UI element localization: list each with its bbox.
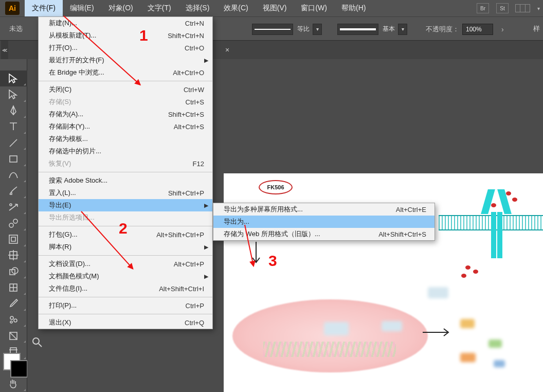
artwork-blur <box>428 287 448 298</box>
menu-effect[interactable]: 效果(C) <box>216 0 255 16</box>
annotation-2: 2 <box>119 220 128 237</box>
menu-item-shortcut: Shift+Ctrl+P <box>148 189 204 197</box>
menu-item-label: 恢复(V) <box>49 159 71 168</box>
artwork-ligand <box>491 203 496 207</box>
menu-item[interactable]: 脚本(R)▶ <box>39 241 212 253</box>
menu-help[interactable]: 帮助(H) <box>334 0 373 16</box>
menu-item[interactable]: 最近打开的文件(F)▶ <box>39 54 212 66</box>
stock-icon[interactable]: St <box>496 3 509 13</box>
menu-item-label: 退出(X) <box>49 318 71 327</box>
menu-item-label: 文档颜色模式(M) <box>49 272 99 281</box>
tool-line[interactable] <box>0 135 27 151</box>
tool-mesh[interactable] <box>0 279 27 295</box>
chevron-right-icon: ▶ <box>204 57 208 64</box>
bridge-icon[interactable]: Br <box>477 3 489 13</box>
menu-item[interactable]: 打开(O)...Ctrl+O <box>39 42 212 54</box>
chevron-down-icon[interactable]: ▾ <box>313 24 322 35</box>
menu-item[interactable]: 关闭(C)Ctrl+W <box>39 83 212 96</box>
menu-item-label: 文档设置(D)... <box>49 259 90 269</box>
no-selection-label: 未选 <box>9 24 23 33</box>
menu-item-label: 打印(P)... <box>49 301 77 310</box>
tool-direct-selection[interactable] <box>0 86 27 102</box>
chevron-down-icon[interactable]: ▾ <box>537 6 540 11</box>
tools-panel <box>0 59 27 392</box>
menu-item[interactable]: 置入(L)...Shift+Ctrl+P <box>39 187 212 199</box>
menu-type[interactable]: 文字(T) <box>140 0 178 16</box>
svg-point-6 <box>13 219 17 223</box>
menu-item[interactable]: 文件信息(I)...Alt+Shift+Ctrl+I <box>39 282 212 295</box>
menu-item-shortcut: Alt+Ctrl+O <box>152 69 204 77</box>
brush-definition-dropdown[interactable] <box>337 24 378 35</box>
menu-item-label: 导出(E) <box>49 201 71 210</box>
menu-item-label: 搜索 Adobe Stock... <box>49 176 107 185</box>
brush-label: 基本 <box>383 25 395 33</box>
artwork-arrow <box>422 327 452 337</box>
tool-symbol-sprayer[interactable] <box>0 312 27 328</box>
menu-item-shortcut: Alt+Ctrl+S <box>153 123 204 131</box>
menu-item-label: 导出为多种屏幕所用格式... <box>224 205 303 214</box>
stroke-swatch[interactable] <box>10 360 28 378</box>
menu-item[interactable]: 导出(E)▶ <box>39 199 212 211</box>
menu-item[interactable]: 搜索 Adobe Stock... <box>39 174 212 187</box>
menu-item: 存储(S)Ctrl+S <box>39 96 212 108</box>
fill-stroke-swatch[interactable] <box>3 353 26 389</box>
menu-window[interactable]: 窗口(W) <box>294 0 334 16</box>
svg-point-5 <box>9 223 13 227</box>
more-options-icon[interactable]: › <box>501 25 504 33</box>
menu-item-label: 在 Bridge 中浏览... <box>49 68 104 77</box>
artwork-blur <box>488 340 502 348</box>
tool-width[interactable] <box>0 231 27 247</box>
menu-edit[interactable]: 编辑(E) <box>63 0 101 16</box>
menu-item-shortcut: Ctrl+S <box>165 98 204 106</box>
menu-item-shortcut: Ctrl+O <box>164 44 204 52</box>
stroke-profile-label: 等比 <box>297 25 310 33</box>
tool-rectangle[interactable] <box>0 151 27 167</box>
menu-item[interactable]: 存储选中的切片... <box>39 145 212 157</box>
zoom-icon[interactable] <box>31 336 43 348</box>
menu-item-label: 打开(O)... <box>49 43 78 52</box>
menu-item[interactable]: 从模板新建(T)...Shift+Ctrl+N <box>39 29 212 42</box>
file-menu: 新建(N)...Ctrl+N从模板新建(T)...Shift+Ctrl+N打开(… <box>38 16 213 329</box>
svg-point-15 <box>10 316 13 319</box>
tool-selection[interactable] <box>0 70 27 86</box>
tool-paintbrush[interactable] <box>0 183 27 199</box>
artwork-dna <box>263 342 396 357</box>
menu-item-shortcut: Alt+Shift+Ctrl+S <box>358 230 426 238</box>
menu-item[interactable]: 打印(P)...Ctrl+P <box>39 299 212 312</box>
menu-item-shortcut: Alt+Shift+Ctrl+P <box>136 231 204 239</box>
menu-object[interactable]: 对象(O) <box>101 0 140 16</box>
tool-curvature[interactable] <box>0 167 27 183</box>
tool-type[interactable] <box>0 119 27 135</box>
menu-item[interactable]: 导出为... <box>213 216 435 228</box>
tool-pen[interactable] <box>0 103 27 119</box>
tool-column-graph[interactable] <box>0 328 27 344</box>
menu-item[interactable]: 新建(N)...Ctrl+N <box>39 17 212 29</box>
menu-item[interactable]: 退出(X)Ctrl+Q <box>39 316 212 329</box>
menu-file[interactable]: 文件(F) <box>25 0 63 16</box>
arrange-documents-icon[interactable] <box>516 4 530 12</box>
stroke-profile-dropdown[interactable] <box>252 24 293 35</box>
tool-rotate[interactable] <box>0 199 27 215</box>
menu-item[interactable]: 导出为多种屏幕所用格式...Alt+Ctrl+E <box>213 203 435 216</box>
menu-view[interactable]: 视图(V) <box>256 0 294 16</box>
tool-scale[interactable] <box>0 215 27 231</box>
svg-text:Ai: Ai <box>9 4 16 12</box>
chevron-down-icon[interactable]: ▾ <box>398 24 407 35</box>
menu-select[interactable]: 选择(S) <box>178 0 217 16</box>
workspace-switcher: Br St ▾ <box>477 0 540 16</box>
menu-item[interactable]: 存储副本(Y)...Alt+Ctrl+S <box>39 120 212 133</box>
tab-overflow-icon[interactable]: ≪ <box>1 41 8 59</box>
svg-line-23 <box>39 344 42 347</box>
opacity-input[interactable]: 100% <box>462 24 493 35</box>
menu-item-label: 最近打开的文件(F) <box>49 56 104 65</box>
close-icon[interactable]: × <box>225 46 229 54</box>
artwork-nucleus <box>232 299 428 372</box>
artwork-blur <box>324 322 349 335</box>
tool-free-transform[interactable] <box>0 247 27 263</box>
menu-item[interactable]: 存储为(A)...Shift+Ctrl+S <box>39 108 212 120</box>
menu-item[interactable]: 存储为模板... <box>39 133 212 145</box>
menu-item-shortcut: Alt+Ctrl+E <box>375 206 426 213</box>
menu-item[interactable]: 文档颜色模式(M)▶ <box>39 270 212 282</box>
tool-shape-builder[interactable] <box>0 263 27 279</box>
tool-eyedropper[interactable] <box>0 296 27 312</box>
